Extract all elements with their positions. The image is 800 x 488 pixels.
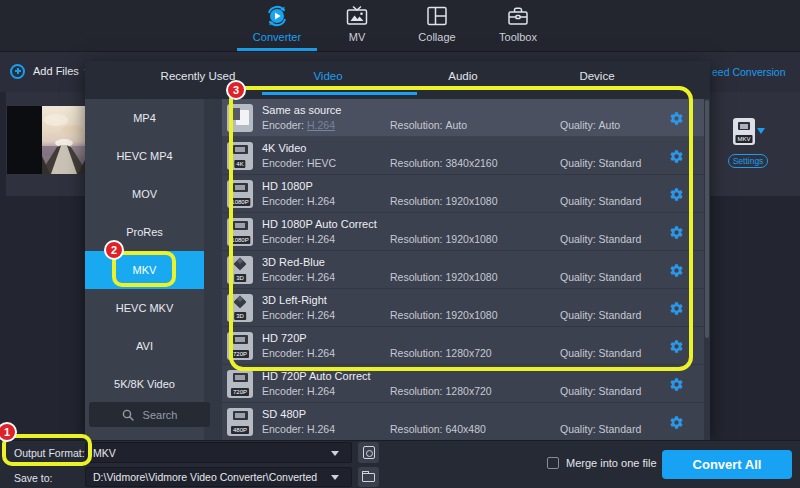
resolution-label: Resolution: [390,119,443,131]
format-icon-glyph [233,295,246,308]
format-profile-row[interactable]: Same as source Encoder:H.264 Resolution:… [222,99,710,137]
profile-title: HD 720P [262,332,307,344]
list-scrollbar[interactable] [704,99,710,440]
encoder-value: H.264 [307,271,335,283]
output-format-caret-icon[interactable] [757,128,765,134]
browse-folder-button[interactable] [358,467,379,487]
quality-label: Quality: [560,309,596,321]
folder-icon [362,473,375,482]
sidebar-format-item[interactable]: MOV [85,175,204,213]
format-icon-badge: 3D [234,312,246,320]
quality-label: Quality: [560,271,596,283]
settings-button[interactable]: Settings [728,154,768,168]
encoder-value: H.264 [307,309,335,321]
convert-all-button[interactable]: Convert All [662,450,792,479]
profile-resolution: Resolution:1920x1080 [390,309,498,321]
encoder-label: Encoder: [262,271,304,283]
output-icon-label: MKV [735,135,752,143]
tab-converter[interactable]: Converter [237,3,317,43]
sidebar-format-item[interactable]: ProRes [85,213,204,251]
sidebar-list-divider [204,99,222,440]
sidebar-format-item[interactable]: MKV [85,251,204,289]
format-thumbnail-icon [227,104,253,132]
list-scrollbar-handle[interactable] [705,100,709,338]
encoder-value: H.264 [307,195,335,207]
format-profile-row[interactable]: 480P SD 480P Encoder:H.264 Resolution:64… [222,403,710,441]
profile-settings-gear-icon[interactable] [669,301,684,316]
profile-settings-gear-icon[interactable] [669,111,684,126]
format-tab-device[interactable]: Device [579,70,614,82]
main-header: Converter MV Collage [0,0,800,51]
format-thumbnail-icon: 720P [227,332,253,360]
resolution-label: Resolution: [390,423,443,435]
encoder-value: HEVC [307,157,336,169]
profile-settings-gear-icon[interactable] [669,225,684,240]
merge-checkbox[interactable] [547,457,559,469]
profile-resolution: Resolution:1280x720 [390,385,492,397]
tab-collage-label: Collage [397,31,477,43]
save-to-select[interactable]: D:\Vidmore\Vidmore Video Converter\Conve… [85,467,352,487]
output-format-select[interactable]: MKV [85,442,352,463]
quality-label: Quality: [560,157,596,169]
profile-settings-gear-icon[interactable] [669,415,684,430]
format-search-box[interactable]: Search [89,402,210,427]
format-profile-row[interactable]: 1080P HD 1080P Encoder:H.264 Resolution:… [222,175,710,213]
quality-value: Standard [599,347,642,359]
profile-settings-gear-icon[interactable] [669,263,684,278]
format-profile-row[interactable]: 3D 3D Left-Right Encoder:H.264 Resolutio… [222,289,710,327]
quality-value: Standard [599,157,642,169]
profile-resolution: Resolution:1920x1080 [390,233,498,245]
format-profile-row[interactable]: 720P HD 720P Auto Correct Encoder:H.264 … [222,365,710,403]
quality-label: Quality: [560,423,596,435]
tab-mv[interactable]: MV [317,3,397,43]
format-tab-video[interactable]: Video [313,70,342,82]
collage-icon [424,3,450,29]
profile-title: 3D Left-Right [262,294,327,306]
resolution-label: Resolution: [390,195,443,207]
tab-collage[interactable]: Collage [397,3,477,43]
output-format-widget: MKV Settings [727,112,797,182]
profile-title: Same as source [262,104,341,116]
active-format-tab-underline [262,92,417,95]
profile-quality: Quality:Standard [560,233,641,245]
search-icon [122,409,134,421]
profile-settings-gear-icon[interactable] [669,339,684,354]
format-icon-badge: 1080P [229,236,250,244]
format-thumbnail-icon: 1080P [227,180,253,208]
sidebar-format-item[interactable]: MP4 [85,99,204,137]
sidebar-format-item[interactable]: AVI [85,327,204,365]
tab-toolbox[interactable]: Toolbox [478,3,558,43]
format-icon-glyph [233,335,248,344]
profile-encoder: Encoder:H.264 [262,309,335,321]
format-tab-audio[interactable]: Audio [448,70,477,82]
output-format-dropdown-icon [331,451,339,456]
format-thumbnail-icon: 3D [227,256,253,284]
format-icon-glyph [233,257,246,270]
profile-resolution: Resolution:1920x1080 [390,271,498,283]
format-profile-row[interactable]: 1080P HD 1080P Auto Correct Encoder:H.26… [222,213,710,251]
format-profile-row[interactable]: 720P HD 720P Encoder:H.264 Resolution:12… [222,327,710,365]
resolution-label: Resolution: [390,347,443,359]
encoder-value: H.264 [307,347,335,359]
sidebar-format-item[interactable]: HEVC MP4 [85,137,204,175]
format-tab-recently-used[interactable]: Recently Used [161,70,236,82]
resolution-value: 1920x1080 [446,195,498,207]
profile-settings-gear-icon[interactable] [669,187,684,202]
profile-settings-button[interactable] [358,442,379,463]
resolution-label: Resolution: [390,233,443,245]
add-files-button[interactable]: Add Files [10,63,92,79]
format-profile-row[interactable]: 4K 4K Video Encoder:HEVC Resolution:3840… [222,137,710,175]
profile-title: SD 480P [262,408,306,420]
sidebar-format-item[interactable]: 5K/8K Video [85,365,204,403]
profile-settings-gear-icon[interactable] [669,377,684,392]
output-format-icon[interactable]: MKV [733,118,755,145]
format-profile-row[interactable]: 3D 3D Red-Blue Encoder:H.264 Resolution:… [222,251,710,289]
encoder-label: Encoder: [262,157,304,169]
format-icon-badge: 720P [231,350,249,358]
sidebar-format-item[interactable]: HEVC MKV [85,289,204,327]
profile-encoder: Encoder:H.264 [262,385,335,397]
encoder-value: H.264 [307,119,335,131]
speed-conversion-label[interactable]: eed Conversion [712,66,786,78]
profile-settings-gear-icon[interactable] [669,149,684,164]
save-to-label: Save to: [14,472,53,484]
